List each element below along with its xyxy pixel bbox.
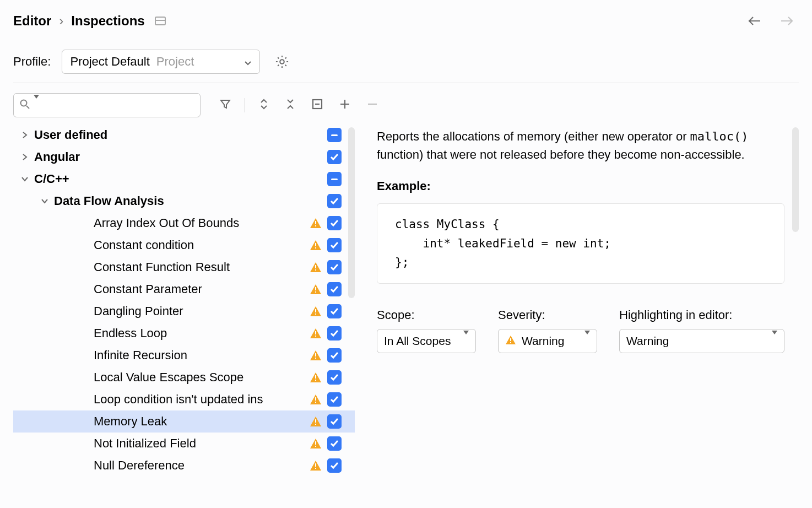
tree-row[interactable]: Constant Parameter — [13, 278, 355, 300]
tree-row[interactable]: Memory Leak — [13, 410, 355, 433]
breadcrumb-current[interactable]: Inspections — [71, 13, 144, 29]
example-label: Example: — [377, 179, 784, 193]
tree-row[interactable]: Infinite Recursion — [13, 344, 355, 366]
inspection-checkbox[interactable] — [325, 458, 344, 473]
search-chevron-icon[interactable] — [34, 99, 39, 112]
gear-icon[interactable] — [271, 52, 293, 72]
code-example: class MyClass { int* leakedField = new i… — [377, 203, 784, 284]
warning-icon — [505, 334, 516, 348]
window-icon[interactable] — [155, 17, 166, 25]
collapse-icon[interactable] — [283, 96, 298, 115]
chevron-right-icon[interactable] — [15, 131, 34, 139]
svg-rect-23 — [315, 424, 316, 425]
inspection-checkbox[interactable] — [325, 414, 344, 429]
tree-label: Dangling Pointer — [94, 304, 306, 318]
tree-row[interactable]: Array Index Out Of Bounds — [13, 212, 355, 234]
tree-row[interactable]: Dangling Pointer — [13, 300, 355, 322]
inspection-checkbox[interactable] — [325, 370, 344, 385]
warning-icon — [306, 218, 325, 229]
tree-row[interactable]: Endless Loop — [13, 322, 355, 344]
profile-label: Profile: — [13, 55, 51, 69]
inspection-checkbox[interactable] — [325, 304, 344, 318]
reset-icon[interactable] — [309, 96, 326, 115]
detail-scrollbar[interactable] — [792, 127, 799, 232]
tree-label: Loop condition isn't updated ins — [94, 392, 306, 407]
breadcrumb-root[interactable]: Editor — [13, 13, 51, 29]
remove-icon[interactable] — [364, 96, 381, 115]
tree-row[interactable]: Constant Function Result — [13, 256, 355, 278]
svg-rect-11 — [315, 291, 316, 293]
inspection-checkbox[interactable] — [325, 194, 344, 208]
search-input[interactable] — [42, 99, 194, 112]
tree-row[interactable]: Angular — [13, 146, 355, 168]
breadcrumb-sep: › — [59, 13, 63, 29]
tree-row[interactable]: Not Initialized Field — [13, 433, 355, 455]
inspection-checkbox[interactable] — [325, 326, 344, 341]
chevron-down-icon — [584, 334, 590, 348]
highlight-select[interactable]: Warning — [619, 329, 784, 353]
tree-row[interactable]: Data Flow Analysis — [13, 190, 355, 212]
tree-row[interactable]: C/C++ — [13, 168, 355, 190]
tree-row[interactable]: Constant condition — [13, 234, 355, 256]
nav-forward-button[interactable] — [779, 15, 794, 26]
profile-name: Project Default — [70, 55, 149, 69]
tree-label: User defined — [34, 128, 306, 142]
warning-icon — [306, 460, 325, 471]
severity-select[interactable]: Warning — [498, 329, 597, 353]
svg-rect-9 — [315, 269, 316, 271]
scope-select[interactable]: In All Scopes — [377, 329, 476, 353]
tree-row[interactable]: Loop condition isn't updated ins — [13, 388, 355, 410]
chevron-down-icon[interactable] — [35, 198, 54, 204]
tree-label: Null Dereference — [94, 458, 306, 473]
tree-label: Constant condition — [94, 238, 306, 252]
inspection-checkbox[interactable] — [325, 282, 344, 296]
highlight-label: Highlighting in editor: — [619, 308, 784, 322]
toolbar-row — [13, 83, 799, 124]
svg-rect-21 — [315, 402, 316, 403]
svg-rect-16 — [315, 353, 316, 356]
warning-icon — [306, 306, 325, 317]
profile-select[interactable]: Project Default Project — [62, 50, 260, 74]
warning-icon — [306, 438, 325, 449]
svg-rect-25 — [315, 446, 316, 447]
svg-rect-26 — [315, 463, 316, 467]
add-icon[interactable] — [337, 96, 353, 115]
profile-row: Profile: Project Default Project — [13, 34, 799, 83]
svg-rect-29 — [510, 342, 511, 343]
tree-row[interactable]: User defined — [13, 124, 355, 146]
nav-back-button[interactable] — [747, 15, 762, 26]
tree-row[interactable]: Local Value Escapes Scope — [13, 366, 355, 388]
breadcrumb-row: Editor › Inspections — [13, 8, 799, 34]
filter-icon[interactable] — [217, 96, 234, 115]
inspection-checkbox[interactable] — [325, 436, 344, 451]
inspection-checkbox[interactable] — [325, 172, 344, 186]
inspection-checkbox[interactable] — [325, 260, 344, 274]
svg-rect-15 — [315, 336, 316, 337]
search-box[interactable] — [13, 93, 201, 117]
inspection-checkbox[interactable] — [325, 150, 344, 164]
search-icon — [19, 99, 30, 112]
tree-row[interactable]: Null Dereference — [13, 455, 355, 477]
profile-scope: Project — [156, 55, 194, 69]
inspection-checkbox[interactable] — [325, 128, 344, 142]
inspection-description: Reports the allocations of memory (eithe… — [377, 127, 784, 164]
tree-label: Endless Loop — [94, 326, 306, 341]
chevron-right-icon[interactable] — [15, 153, 34, 161]
inspection-checkbox[interactable] — [325, 216, 344, 230]
svg-rect-27 — [315, 468, 316, 469]
svg-rect-18 — [315, 375, 316, 379]
chevron-down-icon[interactable] — [15, 176, 34, 182]
tree-label: Constant Parameter — [94, 282, 306, 296]
svg-rect-5 — [315, 225, 316, 226]
inspection-checkbox[interactable] — [325, 392, 344, 407]
tree-scrollbar[interactable] — [348, 127, 355, 298]
expand-icon[interactable] — [256, 96, 272, 115]
svg-rect-20 — [315, 397, 316, 401]
tree-label: Infinite Recursion — [94, 348, 306, 363]
severity-value: Warning — [522, 334, 564, 348]
detail-pane: Reports the allocations of memory (eithe… — [377, 124, 799, 508]
inspection-checkbox[interactable] — [325, 348, 344, 363]
inspection-checkbox[interactable] — [325, 238, 344, 252]
svg-rect-7 — [315, 247, 316, 248]
tree-label: C/C++ — [34, 172, 306, 186]
